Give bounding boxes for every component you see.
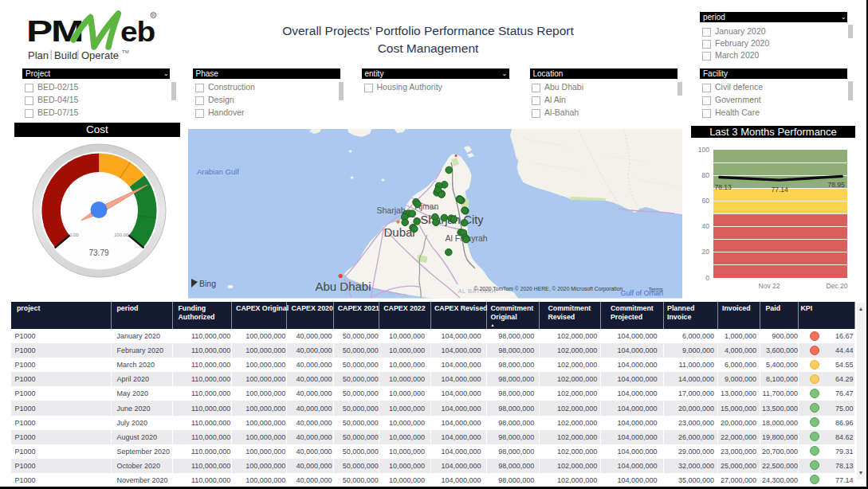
svg-text:0.00: 0.00 bbox=[69, 233, 79, 237]
svg-text:R: R bbox=[152, 14, 155, 18]
svg-text:Operate: Operate bbox=[81, 49, 119, 61]
svg-text:Build: Build bbox=[54, 49, 77, 61]
svg-text:Plan: Plan bbox=[28, 49, 49, 61]
svg-text:73.79: 73.79 bbox=[88, 248, 108, 256]
svg-text:eb: eb bbox=[120, 15, 155, 47]
svg-text:Bing: Bing bbox=[199, 279, 216, 288]
svg-text:Abu Dhabi: Abu Dhabi bbox=[315, 280, 371, 293]
svg-text:100.00: 100.00 bbox=[114, 233, 129, 237]
svg-text:© 2020 TomTom © 2020 HERE, © 2: © 2020 TomTom © 2020 HERE, © 2020 Micros… bbox=[473, 286, 623, 292]
svg-text:Arabian Gulf: Arabian Gulf bbox=[197, 167, 239, 176]
svg-text:Terms: Terms bbox=[648, 287, 663, 292]
svg-text:Sharjah: Sharjah bbox=[376, 205, 405, 215]
svg-text:TM: TM bbox=[122, 49, 129, 54]
